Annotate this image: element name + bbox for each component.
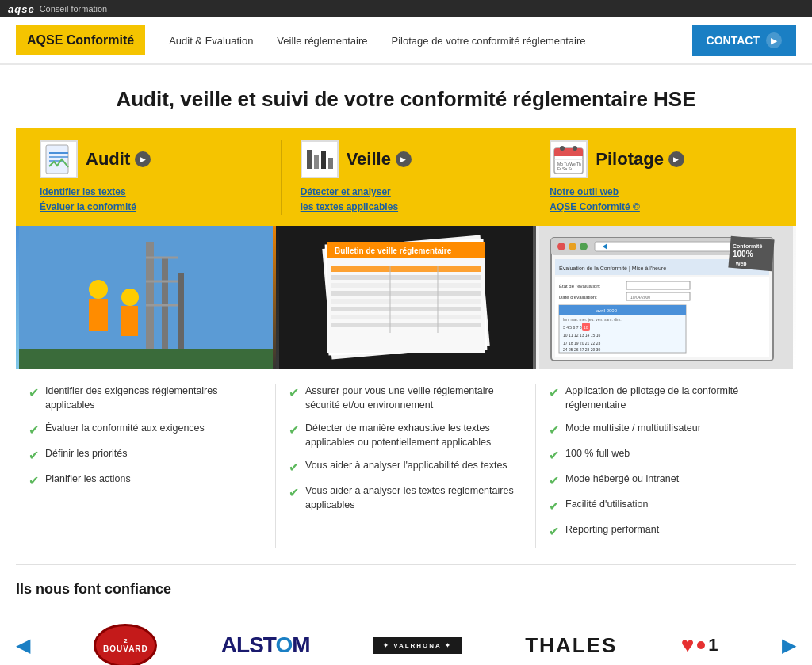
svg-rect-38 (331, 299, 481, 304)
feature-item: ✔ Identifier des exigences réglementaire… (29, 384, 262, 412)
svg-text:Conformité: Conformité (733, 243, 762, 249)
svg-point-47 (557, 243, 565, 250)
feature-item: ✔ Application de pilotage de la conformi… (549, 384, 783, 412)
svg-text:18: 18 (584, 325, 588, 330)
audit-title-wrap: Audit ▶ (86, 149, 151, 170)
check-icon: ✔ (29, 448, 39, 463)
logo-m1: ♥ 1 (681, 621, 718, 665)
feature-text: Identifier des exigences réglementaires … (45, 384, 262, 412)
check-icon: ✔ (29, 422, 39, 438)
audit-links: Identifier les textes Évaluer la conform… (40, 185, 273, 215)
nav-link-pilotage[interactable]: Pilotage de votre conformité réglementai… (392, 35, 586, 47)
logo-alstom: ALSTOM (221, 621, 310, 665)
check-icon: ✔ (289, 422, 299, 438)
veille-link-2[interactable]: les textes applicables (301, 200, 523, 215)
check-icon: ✔ (29, 473, 39, 488)
check-icon: ✔ (289, 460, 299, 475)
svg-text:10  11  12  13  14  15  16: 10 11 12 13 14 15 16 (563, 333, 600, 338)
logo-bouvard: 2 BOUVARD (94, 621, 157, 665)
feature-item: ✔ Reporting performant (549, 523, 783, 539)
logos-next-arrow[interactable]: ▶ (782, 634, 796, 656)
pilotage-title-wrap: Pilotage ▶ (596, 149, 684, 170)
svg-text:24  25  26  27  28  29  30: 24 25 26 27 28 29 30 (563, 347, 600, 352)
check-icon: ✔ (549, 499, 559, 514)
svg-text:3   4   5   6   7   8   9: 3 4 5 6 7 8 9 (563, 325, 585, 330)
svg-point-23 (89, 280, 108, 299)
trust-title: Ils nous font confiance (16, 581, 796, 598)
audit-link-2[interactable]: Évaluer la conformité (40, 200, 273, 215)
audit-link-1[interactable]: Identifier les textes (40, 185, 273, 200)
feature-text: Planifier les actions (45, 472, 131, 487)
pilotage-link-1[interactable]: Notre outil web (550, 185, 772, 200)
check-icon: ✔ (29, 385, 39, 400)
construction-scene (16, 226, 276, 369)
banner-pilotage: Mo Tu We Th Fr Sa Su Pilotage ▶ Notre ou… (530, 140, 780, 215)
document-scene: Bulletin de veille réglementaire (276, 226, 536, 369)
svg-rect-37 (331, 291, 481, 296)
feature-col-audit: ✔ Identifier des exigences réglementaire… (16, 384, 276, 548)
veille-image: Bulletin de veille réglementaire (276, 226, 536, 369)
feature-text: Définir les priorités (45, 447, 128, 461)
alstom-text: ALSTOM (221, 633, 310, 658)
feature-text: 100 % full web (565, 447, 630, 461)
check-icon: ✔ (549, 473, 559, 488)
feature-text: Vous aider à analyser l'applicabilité de… (305, 459, 508, 473)
valrhona-text: ✦ VALRHONA ✦ (373, 637, 462, 654)
image-strip: Bulletin de veille réglementaire (16, 226, 796, 369)
feature-item: ✔ Vous aider à analyser les textes régle… (289, 484, 523, 512)
trust-section: Ils nous font confiance ◀ 2 BOUVARD ALST… (16, 564, 796, 665)
top-bar: aqse Conseil formation (0, 0, 812, 17)
svg-rect-56 (626, 281, 690, 289)
check-icon: ✔ (549, 448, 559, 463)
feature-item: ✔ Facilité d'utilisation (549, 498, 783, 514)
feature-item: ✔ Planifier les actions (29, 472, 262, 488)
svg-rect-35 (331, 275, 481, 280)
feature-text: Reporting performant (565, 523, 659, 537)
svg-rect-41 (331, 323, 481, 327)
top-bar-tagline: Conseil formation (40, 4, 108, 13)
svg-rect-10 (554, 153, 583, 156)
svg-rect-27 (19, 349, 273, 369)
svg-rect-40 (331, 315, 481, 319)
veille-link-1[interactable]: Détecter et analyser (301, 185, 523, 200)
pilotage-link-2[interactable]: AQSE Conformité © (550, 200, 772, 215)
svg-rect-34 (331, 266, 481, 272)
svg-text:Fr Sa Su: Fr Sa Su (557, 166, 573, 171)
nav-link-veille[interactable]: Veille réglementaire (277, 35, 367, 47)
pilotage-play-btn[interactable]: ▶ (668, 151, 684, 167)
svg-rect-4 (307, 150, 312, 169)
heart-icon: ♥ (681, 633, 695, 658)
feature-item: ✔ Évaluer la conformité aux exigences (29, 422, 262, 438)
svg-rect-6 (321, 151, 326, 169)
audit-play-btn[interactable]: ▶ (135, 151, 151, 167)
hero-section: Audit, veille et suivi de votre conformi… (0, 65, 812, 128)
feature-text: Mode hébergé ou intranet (565, 472, 679, 487)
veille-play-btn[interactable]: ▶ (396, 151, 412, 167)
svg-rect-7 (328, 158, 333, 169)
pilotage-image: Évaluation de la Conformité | Mise à l'h… (536, 226, 796, 369)
feature-text: Évaluer la conformité aux exigences (45, 422, 205, 436)
nav-links: Audit & Evaluation Veille réglementaire … (169, 35, 691, 47)
feature-col-pilotage: ✔ Application de pilotage de la conformi… (536, 384, 796, 548)
svg-text:100%: 100% (733, 250, 753, 258)
banner-audit-header: Audit ▶ (40, 140, 273, 178)
feature-col-veille: ✔ Assurer pour vous une veille réglement… (276, 384, 536, 548)
feature-item: ✔ Vous aider à analyser l'applicabilité … (289, 459, 523, 475)
logos-prev-arrow[interactable]: ◀ (16, 634, 30, 656)
banner-veille: Veille ▶ Détecter et analyser les textes… (282, 140, 531, 215)
feature-text: Vous aider à analyser les textes régleme… (305, 484, 523, 512)
check-icon: ✔ (289, 385, 299, 400)
svg-rect-24 (89, 299, 108, 331)
nav-contact-button[interactable]: CONTACT ▶ (692, 25, 796, 56)
feature-text: Assurer pour vous une veille réglementai… (305, 384, 523, 412)
svg-text:lun. mar. mer. jeu. ven. sam. : lun. mar. mer. jeu. ven. sam. dim. (563, 317, 622, 322)
feature-text: Détecter de manière exhaustive les texte… (305, 422, 523, 449)
bouvard-text: BOUVARD (103, 644, 148, 653)
nav-link-audit[interactable]: Audit & Evaluation (169, 35, 253, 47)
nav-brand[interactable]: AQSE Conformité (16, 25, 145, 55)
thales-text: THALES (525, 633, 617, 658)
logo-thales: THALES (525, 621, 617, 665)
veille-title-wrap: Veille ▶ (347, 149, 412, 170)
svg-text:Bulletin de veille réglementai: Bulletin de veille réglementaire (335, 247, 452, 255)
feature-item: ✔ Assurer pour vous une veille réglement… (289, 384, 523, 412)
